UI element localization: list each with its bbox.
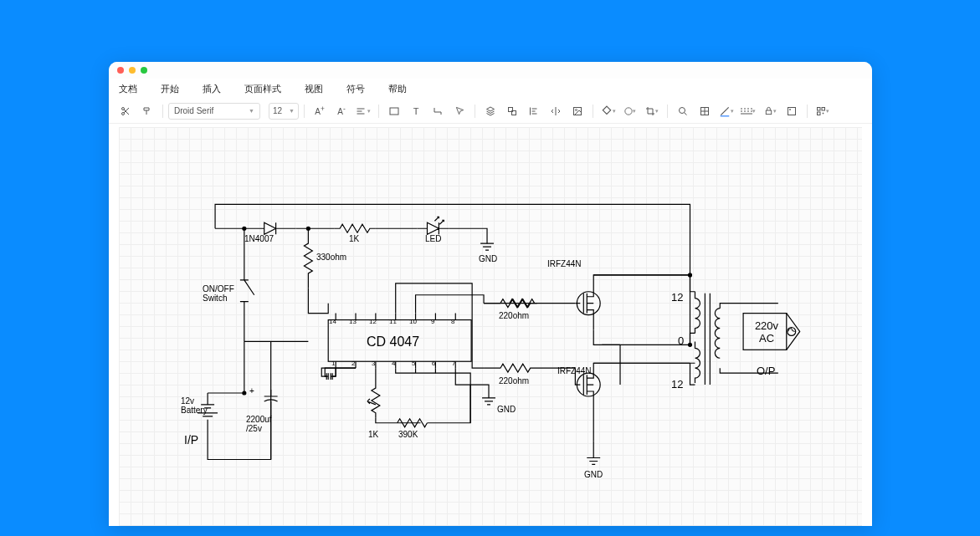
toolbar: Droid Serif▼ 12▼ A+ A- ▾ T ▾ ▾ ▾ ▾ ▾ ▾ ▾	[109, 99, 872, 124]
label-r1k-bot: 1K	[368, 430, 378, 439]
connector-icon[interactable]	[428, 102, 448, 120]
format-painter-icon[interactable]	[137, 102, 157, 120]
fill-color-icon[interactable]: ▾	[598, 102, 618, 120]
label-r1k: 1K	[349, 234, 359, 243]
maximize-icon[interactable]	[141, 67, 147, 74]
label-irfz44n-1: IRFZ44N	[547, 259, 582, 268]
pin-label: 9	[431, 318, 434, 325]
pin-label: 13	[349, 318, 357, 325]
svg-point-8	[680, 107, 685, 113]
scissors-icon[interactable]	[115, 102, 136, 120]
titlebar	[109, 62, 872, 79]
increase-font-icon[interactable]: A+	[310, 102, 330, 120]
pin-label: 7	[452, 360, 455, 367]
pin-label: 2	[351, 360, 355, 367]
svg-point-17	[823, 113, 824, 114]
label-tap-12: 12	[671, 291, 683, 304]
svg-point-27	[243, 391, 246, 395]
svg-point-6	[576, 109, 577, 110]
rectangle-icon[interactable]	[384, 102, 404, 120]
label-diode: 1N4007	[244, 234, 274, 243]
font-selector[interactable]: Droid Serif▼	[168, 103, 260, 120]
pin-label: 4	[392, 360, 395, 367]
flip-icon[interactable]	[546, 102, 566, 120]
label-switch: ON/OFF Switch	[203, 284, 234, 303]
label-tap-12: 12	[671, 378, 683, 391]
menubar: 文档 开始 插入 页面样式 视图 符号 帮助	[109, 79, 872, 99]
table-icon[interactable]	[695, 102, 715, 120]
menu-item[interactable]: 插入	[203, 83, 221, 95]
align-icon[interactable]: ▾	[353, 102, 373, 120]
menu-item[interactable]: 视图	[305, 83, 323, 95]
more-icon[interactable]: ▾	[813, 102, 833, 120]
label-led: LED	[425, 234, 441, 243]
menu-item[interactable]: 开始	[161, 83, 179, 95]
menu-item[interactable]: 页面样式	[244, 83, 281, 95]
label-gnd: GND	[584, 470, 603, 479]
label-r390k: 390K	[398, 430, 418, 439]
line-style-icon[interactable]: ▾	[738, 102, 758, 120]
label-irfz44n-2: IRFZ44N	[557, 366, 592, 375]
label-tap-0: 0	[678, 334, 684, 347]
pin-label: 11	[389, 318, 397, 325]
label-r220-2: 220ohm	[499, 376, 529, 385]
text-icon[interactable]: T	[406, 102, 426, 120]
canvas-area[interactable]: 1N4007 1K LED GND 330ohm ON/OFF Switch I…	[119, 127, 862, 526]
close-icon[interactable]	[117, 67, 124, 74]
pin-label: 1	[331, 360, 335, 367]
svg-rect-16	[818, 112, 821, 115]
align-left-icon[interactable]	[524, 102, 544, 120]
decrease-font-icon[interactable]: A-	[331, 102, 351, 120]
position-icon[interactable]	[782, 102, 802, 120]
pin-label: 8	[451, 318, 454, 325]
menu-item[interactable]: 符号	[346, 83, 365, 95]
label-cap: 2200uf /25v	[246, 415, 272, 433]
svg-rect-2	[390, 108, 398, 115]
label-r330: 330ohm	[316, 253, 346, 262]
layers-icon[interactable]	[480, 102, 500, 120]
svg-point-26	[689, 343, 692, 346]
pin-label: 5	[412, 360, 415, 367]
label-gnd: GND	[497, 405, 516, 414]
pin-label: 10	[409, 318, 417, 325]
label-battery: 12v Battery	[181, 396, 208, 415]
label-plus: +	[249, 386, 254, 396]
svg-point-7	[625, 107, 632, 114]
cursor-icon[interactable]	[449, 102, 469, 120]
line-color-icon[interactable]: ▾	[716, 102, 736, 120]
label-gnd: GND	[479, 254, 497, 263]
lock-icon[interactable]: ▾	[760, 102, 780, 120]
svg-rect-11	[766, 110, 771, 115]
app-window: 文档 开始 插入 页面样式 视图 符号 帮助 Droid Serif▼ 12▼ …	[109, 62, 872, 526]
pin-label: 6	[432, 360, 435, 367]
menu-item[interactable]: 文档	[119, 83, 137, 95]
pin-label: 14	[329, 318, 336, 325]
label-r220-1: 220ohm	[499, 311, 529, 320]
menu-item[interactable]: 帮助	[388, 83, 407, 95]
search-icon[interactable]	[673, 102, 693, 120]
pin-label: 12	[369, 318, 377, 325]
label-chip: CD 4047	[367, 334, 419, 350]
label-ip: I/P	[184, 433, 198, 447]
shape-icon[interactable]: ▾	[620, 102, 640, 120]
svg-rect-12	[788, 107, 796, 115]
label-output: 220v AC	[750, 319, 783, 345]
crop-icon[interactable]: ▾	[642, 102, 662, 120]
svg-point-13	[790, 109, 791, 110]
svg-rect-10	[721, 115, 730, 116]
pin-label: 3	[372, 360, 375, 367]
group-icon[interactable]	[502, 102, 522, 120]
image-icon[interactable]	[567, 102, 587, 120]
label-op: O/P	[757, 365, 775, 377]
svg-rect-15	[822, 107, 825, 110]
minimize-icon[interactable]	[129, 67, 136, 74]
fontsize-selector[interactable]: 12▼	[269, 103, 299, 120]
svg-rect-14	[818, 107, 821, 110]
